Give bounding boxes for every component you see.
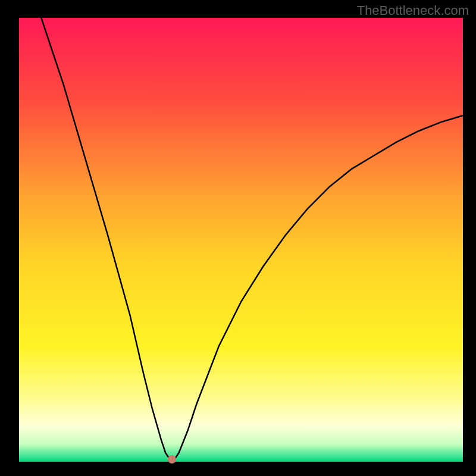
optimum-marker (168, 455, 176, 464)
chart-plot-area (19, 18, 463, 462)
watermark-text: TheBottleneck.com (357, 3, 469, 18)
bottleneck-curve (19, 18, 463, 462)
